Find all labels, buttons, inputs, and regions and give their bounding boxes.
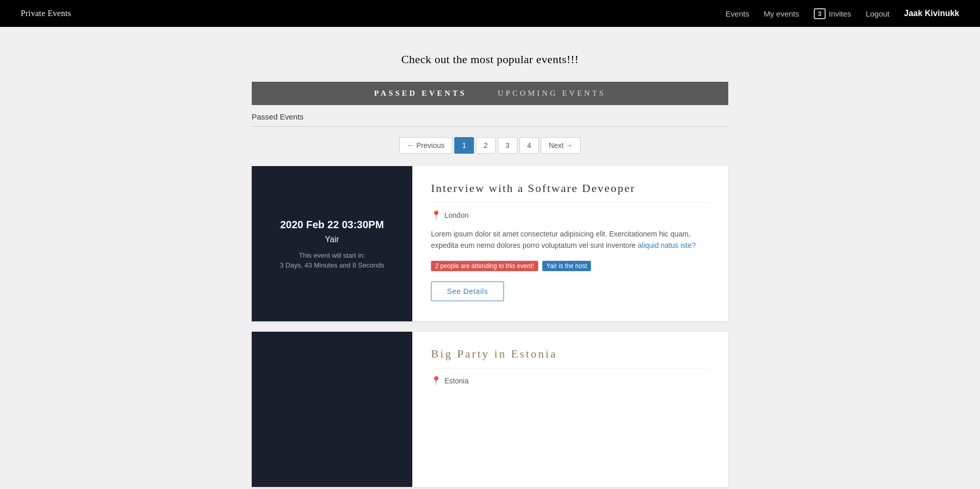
location-pin-icon-2: 📍 — [431, 376, 441, 386]
section-title: Passed Events — [252, 105, 728, 127]
event-location-1: 📍 London — [431, 210, 710, 220]
event-card-left-1: 2020 Feb 22 03:30PM Yair This event will… — [252, 166, 412, 321]
event-card-2: Big Party in Estonia 📍 Estonia — [252, 332, 728, 487]
event-title-1: Interview with a Software Deveoper — [431, 182, 710, 203]
location-pin-icon: 📍 — [431, 210, 441, 220]
event-location-2: 📍 Estonia — [431, 376, 710, 386]
nav-logout[interactable]: Logout — [866, 9, 889, 18]
page-2-button[interactable]: 2 — [476, 137, 496, 154]
invites-count-badge: 3 — [814, 8, 826, 19]
event-host-1: Yair — [325, 235, 339, 244]
page-1-button[interactable]: 1 — [454, 137, 474, 154]
see-details-button-1[interactable]: See Details — [431, 281, 504, 301]
navbar: Private Events Events My events 3 Invite… — [0, 0, 980, 27]
nav-my-events[interactable]: My events — [763, 9, 799, 18]
pagination: ← Previous 1 2 3 4 Next → — [252, 137, 728, 154]
invites-nav-item[interactable]: 3 Invites — [814, 8, 852, 19]
event-tags-1: 2 people are attending to this event! Ya… — [431, 261, 710, 271]
event-title-2: Big Party in Estonia — [431, 347, 710, 368]
event-countdown-label-1: This event will start in: — [299, 251, 365, 259]
description-link[interactable]: aliquid natus iste? — [638, 241, 696, 249]
page-4-button[interactable]: 4 — [520, 137, 539, 154]
next-page-button[interactable]: Next → — [541, 137, 581, 154]
event-date-1: 2020 Feb 22 03:30PM — [280, 219, 384, 231]
event-location-text-2: Estonia — [444, 377, 469, 385]
tag-host-1: Yair is the host — [542, 261, 591, 271]
event-card-right-2: Big Party in Estonia 📍 Estonia — [412, 332, 728, 487]
prev-page-button[interactable]: ← Previous — [399, 137, 452, 154]
event-card-1: 2020 Feb 22 03:30PM Yair This event will… — [252, 166, 728, 321]
nav-username: Jaak Kivinukk — [904, 9, 959, 18]
tab-passed-events[interactable]: Passed Events — [374, 89, 467, 98]
page-heading: Check out the most popular events!!! — [252, 53, 728, 66]
tag-attending-1: 2 people are attending to this event! — [431, 261, 538, 271]
tab-upcoming-events[interactable]: Upcoming Events — [498, 89, 606, 98]
nav-right: Events My events 3 Invites Logout Jaak K… — [726, 8, 959, 19]
event-card-right-1: Interview with a Software Deveoper 📍 Lon… — [412, 166, 728, 321]
event-location-text-1: London — [444, 211, 469, 219]
tabs-bar: Passed Events Upcoming Events — [252, 82, 728, 105]
event-countdown-1: 3 Days, 43 Minutes and 8 Seconds — [280, 261, 384, 269]
event-description-1: Lorem ipsum dolor sit amet consectetur a… — [431, 228, 710, 251]
main-content: Check out the most popular events!!! Pas… — [241, 27, 739, 489]
brand-logo: Private Events — [21, 9, 71, 18]
nav-events[interactable]: Events — [726, 9, 750, 18]
invites-label: Invites — [829, 9, 851, 18]
page-3-button[interactable]: 3 — [498, 137, 517, 154]
event-card-left-2 — [252, 332, 412, 487]
